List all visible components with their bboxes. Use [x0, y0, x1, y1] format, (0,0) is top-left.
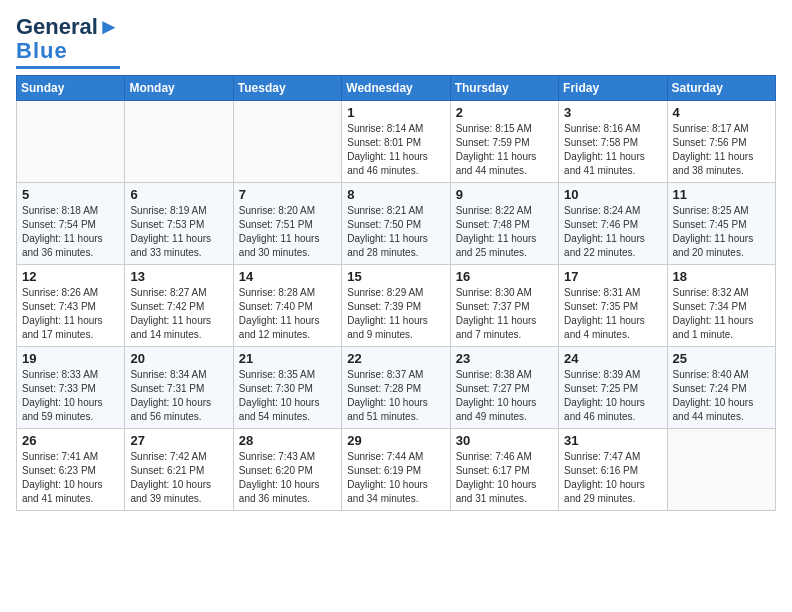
- day-info: Sunrise: 8:35 AM Sunset: 7:30 PM Dayligh…: [239, 368, 336, 424]
- calendar-cell: 18Sunrise: 8:32 AM Sunset: 7:34 PM Dayli…: [667, 265, 775, 347]
- day-info: Sunrise: 7:46 AM Sunset: 6:17 PM Dayligh…: [456, 450, 553, 506]
- calendar-cell: 23Sunrise: 8:38 AM Sunset: 7:27 PM Dayli…: [450, 347, 558, 429]
- logo-text: General►: [16, 16, 120, 38]
- day-number: 26: [22, 433, 119, 448]
- weekday-header-thursday: Thursday: [450, 76, 558, 101]
- day-number: 9: [456, 187, 553, 202]
- calendar-cell: 12Sunrise: 8:26 AM Sunset: 7:43 PM Dayli…: [17, 265, 125, 347]
- day-info: Sunrise: 8:17 AM Sunset: 7:56 PM Dayligh…: [673, 122, 770, 178]
- day-info: Sunrise: 8:18 AM Sunset: 7:54 PM Dayligh…: [22, 204, 119, 260]
- calendar-week-row: 26Sunrise: 7:41 AM Sunset: 6:23 PM Dayli…: [17, 429, 776, 511]
- calendar-cell: [233, 101, 341, 183]
- day-number: 18: [673, 269, 770, 284]
- day-info: Sunrise: 8:14 AM Sunset: 8:01 PM Dayligh…: [347, 122, 444, 178]
- calendar-cell: 28Sunrise: 7:43 AM Sunset: 6:20 PM Dayli…: [233, 429, 341, 511]
- calendar-cell: 22Sunrise: 8:37 AM Sunset: 7:28 PM Dayli…: [342, 347, 450, 429]
- calendar-cell: 9Sunrise: 8:22 AM Sunset: 7:48 PM Daylig…: [450, 183, 558, 265]
- day-number: 16: [456, 269, 553, 284]
- day-info: Sunrise: 8:22 AM Sunset: 7:48 PM Dayligh…: [456, 204, 553, 260]
- weekday-header-wednesday: Wednesday: [342, 76, 450, 101]
- weekday-header-friday: Friday: [559, 76, 667, 101]
- calendar-week-row: 1Sunrise: 8:14 AM Sunset: 8:01 PM Daylig…: [17, 101, 776, 183]
- day-number: 13: [130, 269, 227, 284]
- page-header: General► Blue: [16, 16, 776, 69]
- calendar-cell: 15Sunrise: 8:29 AM Sunset: 7:39 PM Dayli…: [342, 265, 450, 347]
- calendar-cell: 24Sunrise: 8:39 AM Sunset: 7:25 PM Dayli…: [559, 347, 667, 429]
- day-number: 4: [673, 105, 770, 120]
- calendar-week-row: 12Sunrise: 8:26 AM Sunset: 7:43 PM Dayli…: [17, 265, 776, 347]
- day-number: 12: [22, 269, 119, 284]
- day-number: 14: [239, 269, 336, 284]
- day-number: 27: [130, 433, 227, 448]
- calendar-cell: 17Sunrise: 8:31 AM Sunset: 7:35 PM Dayli…: [559, 265, 667, 347]
- calendar-cell: 3Sunrise: 8:16 AM Sunset: 7:58 PM Daylig…: [559, 101, 667, 183]
- day-info: Sunrise: 8:29 AM Sunset: 7:39 PM Dayligh…: [347, 286, 444, 342]
- day-number: 25: [673, 351, 770, 366]
- day-info: Sunrise: 8:32 AM Sunset: 7:34 PM Dayligh…: [673, 286, 770, 342]
- day-info: Sunrise: 7:47 AM Sunset: 6:16 PM Dayligh…: [564, 450, 661, 506]
- day-info: Sunrise: 8:37 AM Sunset: 7:28 PM Dayligh…: [347, 368, 444, 424]
- day-number: 21: [239, 351, 336, 366]
- logo-blue: Blue: [16, 38, 68, 64]
- calendar-cell: 2Sunrise: 8:15 AM Sunset: 7:59 PM Daylig…: [450, 101, 558, 183]
- day-number: 10: [564, 187, 661, 202]
- day-info: Sunrise: 8:31 AM Sunset: 7:35 PM Dayligh…: [564, 286, 661, 342]
- weekday-header-saturday: Saturday: [667, 76, 775, 101]
- day-info: Sunrise: 8:24 AM Sunset: 7:46 PM Dayligh…: [564, 204, 661, 260]
- calendar-cell: 30Sunrise: 7:46 AM Sunset: 6:17 PM Dayli…: [450, 429, 558, 511]
- day-info: Sunrise: 8:40 AM Sunset: 7:24 PM Dayligh…: [673, 368, 770, 424]
- calendar-cell: 16Sunrise: 8:30 AM Sunset: 7:37 PM Dayli…: [450, 265, 558, 347]
- day-info: Sunrise: 8:26 AM Sunset: 7:43 PM Dayligh…: [22, 286, 119, 342]
- day-number: 30: [456, 433, 553, 448]
- day-number: 11: [673, 187, 770, 202]
- calendar-cell: 11Sunrise: 8:25 AM Sunset: 7:45 PM Dayli…: [667, 183, 775, 265]
- day-number: 29: [347, 433, 444, 448]
- day-info: Sunrise: 7:43 AM Sunset: 6:20 PM Dayligh…: [239, 450, 336, 506]
- day-info: Sunrise: 8:33 AM Sunset: 7:33 PM Dayligh…: [22, 368, 119, 424]
- calendar-week-row: 19Sunrise: 8:33 AM Sunset: 7:33 PM Dayli…: [17, 347, 776, 429]
- calendar-week-row: 5Sunrise: 8:18 AM Sunset: 7:54 PM Daylig…: [17, 183, 776, 265]
- calendar-cell: 7Sunrise: 8:20 AM Sunset: 7:51 PM Daylig…: [233, 183, 341, 265]
- calendar-cell: [125, 101, 233, 183]
- calendar-cell: [667, 429, 775, 511]
- calendar-cell: 25Sunrise: 8:40 AM Sunset: 7:24 PM Dayli…: [667, 347, 775, 429]
- weekday-header-row: SundayMondayTuesdayWednesdayThursdayFrid…: [17, 76, 776, 101]
- calendar-cell: 13Sunrise: 8:27 AM Sunset: 7:42 PM Dayli…: [125, 265, 233, 347]
- day-number: 28: [239, 433, 336, 448]
- calendar-cell: 20Sunrise: 8:34 AM Sunset: 7:31 PM Dayli…: [125, 347, 233, 429]
- day-info: Sunrise: 7:41 AM Sunset: 6:23 PM Dayligh…: [22, 450, 119, 506]
- day-info: Sunrise: 8:39 AM Sunset: 7:25 PM Dayligh…: [564, 368, 661, 424]
- calendar-cell: 14Sunrise: 8:28 AM Sunset: 7:40 PM Dayli…: [233, 265, 341, 347]
- calendar-cell: 5Sunrise: 8:18 AM Sunset: 7:54 PM Daylig…: [17, 183, 125, 265]
- calendar-cell: 1Sunrise: 8:14 AM Sunset: 8:01 PM Daylig…: [342, 101, 450, 183]
- day-info: Sunrise: 8:19 AM Sunset: 7:53 PM Dayligh…: [130, 204, 227, 260]
- day-info: Sunrise: 8:21 AM Sunset: 7:50 PM Dayligh…: [347, 204, 444, 260]
- day-number: 31: [564, 433, 661, 448]
- day-info: Sunrise: 8:20 AM Sunset: 7:51 PM Dayligh…: [239, 204, 336, 260]
- calendar-cell: 31Sunrise: 7:47 AM Sunset: 6:16 PM Dayli…: [559, 429, 667, 511]
- day-number: 1: [347, 105, 444, 120]
- day-info: Sunrise: 7:42 AM Sunset: 6:21 PM Dayligh…: [130, 450, 227, 506]
- calendar-cell: 26Sunrise: 7:41 AM Sunset: 6:23 PM Dayli…: [17, 429, 125, 511]
- day-info: Sunrise: 8:27 AM Sunset: 7:42 PM Dayligh…: [130, 286, 227, 342]
- calendar-table: SundayMondayTuesdayWednesdayThursdayFrid…: [16, 75, 776, 511]
- day-info: Sunrise: 8:30 AM Sunset: 7:37 PM Dayligh…: [456, 286, 553, 342]
- day-number: 8: [347, 187, 444, 202]
- logo-underline: [16, 66, 120, 69]
- day-number: 7: [239, 187, 336, 202]
- calendar-cell: 4Sunrise: 8:17 AM Sunset: 7:56 PM Daylig…: [667, 101, 775, 183]
- weekday-header-sunday: Sunday: [17, 76, 125, 101]
- day-number: 23: [456, 351, 553, 366]
- weekday-header-monday: Monday: [125, 76, 233, 101]
- day-number: 19: [22, 351, 119, 366]
- day-number: 5: [22, 187, 119, 202]
- day-info: Sunrise: 8:38 AM Sunset: 7:27 PM Dayligh…: [456, 368, 553, 424]
- calendar-cell: 27Sunrise: 7:42 AM Sunset: 6:21 PM Dayli…: [125, 429, 233, 511]
- calendar-cell: 29Sunrise: 7:44 AM Sunset: 6:19 PM Dayli…: [342, 429, 450, 511]
- calendar-cell: 19Sunrise: 8:33 AM Sunset: 7:33 PM Dayli…: [17, 347, 125, 429]
- day-number: 6: [130, 187, 227, 202]
- day-number: 17: [564, 269, 661, 284]
- day-number: 3: [564, 105, 661, 120]
- calendar-cell: 21Sunrise: 8:35 AM Sunset: 7:30 PM Dayli…: [233, 347, 341, 429]
- day-number: 24: [564, 351, 661, 366]
